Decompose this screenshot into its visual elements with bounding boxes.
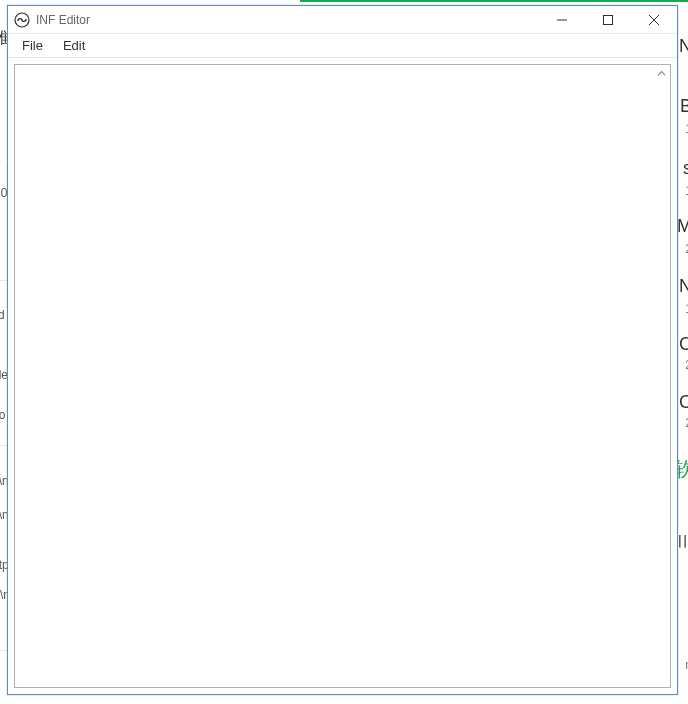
window-controls xyxy=(539,6,677,33)
bg-right-text: M xyxy=(677,216,688,237)
bg-right-text: N xyxy=(679,36,688,57)
titlebar[interactable]: INF Editor xyxy=(8,6,677,34)
bg-right-text: N xyxy=(679,276,688,297)
chevron-up-icon xyxy=(657,69,666,78)
menubar: File Edit xyxy=(8,34,677,58)
bg-right-text: C xyxy=(679,392,688,413)
bg-right-text: s xyxy=(683,158,688,179)
menu-edit[interactable]: Edit xyxy=(55,36,93,55)
menu-edit-label: Edit xyxy=(63,38,85,53)
close-button[interactable] xyxy=(631,6,677,33)
inf-editor-window: INF Editor File Edit xyxy=(7,5,678,695)
maximize-button[interactable] xyxy=(585,6,631,33)
editor-textarea[interactable] xyxy=(14,64,671,688)
bg-right-text: B xyxy=(680,96,688,117)
bg-right-text: C xyxy=(679,334,688,355)
bg-top-green-line xyxy=(300,0,688,2)
app-icon xyxy=(14,12,30,28)
menu-file-label: File xyxy=(22,38,43,53)
scroll-up-button[interactable] xyxy=(653,65,670,82)
window-title: INF Editor xyxy=(36,13,90,27)
bg-left-text: eo xyxy=(0,408,5,422)
menu-file[interactable]: File xyxy=(14,36,51,55)
content-area xyxy=(8,58,677,694)
bg-left-text: rd xyxy=(0,308,5,322)
svg-rect-1 xyxy=(604,15,613,24)
bg-left-text: d xyxy=(0,336,1,350)
minimize-button[interactable] xyxy=(539,6,585,33)
bg-left-text: e xyxy=(0,154,1,168)
